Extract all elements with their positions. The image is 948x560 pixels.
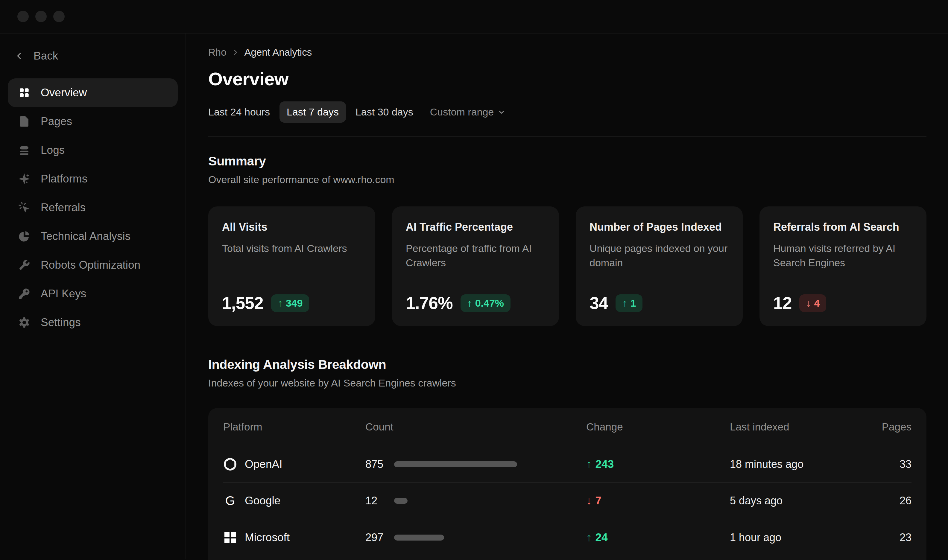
sidebar-item-label: Settings: [41, 316, 81, 329]
pie-chart-icon: [18, 230, 31, 243]
card-description: Human visits referred by AI Search Engin…: [773, 241, 913, 270]
table-header-row: Platform Count Change Last indexed Pages: [223, 408, 911, 446]
back-button[interactable]: Back: [8, 45, 178, 66]
cursor-click-icon: [18, 202, 31, 214]
card-title: Number of Pages Indexed: [589, 221, 729, 233]
card-description: Total visits from AI Crawlers: [222, 241, 362, 255]
tab-label: Last 30 days: [356, 106, 413, 118]
sidebar-item-api-keys[interactable]: API Keys: [8, 279, 178, 308]
arrow-up-icon: ↑: [467, 297, 472, 309]
table-row-microsoft: Microsoft 297 ↑ 24 1 hour ago 23: [223, 519, 911, 556]
tab-last-30-days[interactable]: Last 30 days: [348, 102, 420, 123]
time-range-tabs: Last 24 hours Last 7 days Last 30 days C…: [201, 102, 926, 123]
card-value: 12: [773, 293, 791, 313]
platform-name: Google: [245, 494, 280, 507]
delta-badge: ↑ 1: [616, 294, 642, 312]
chevron-left-icon: [14, 51, 25, 62]
grid-icon: [18, 86, 31, 99]
sidebar-item-label: Technical Analysis: [41, 230, 131, 243]
metric-card-all-visits: All Visits Total visits from AI Crawlers…: [208, 206, 375, 326]
column-header-platform: Platform: [223, 421, 365, 433]
openai-logo-icon: [223, 457, 237, 471]
arrow-down-icon: ↓: [806, 297, 811, 309]
summary-section-title: Summary: [208, 154, 926, 168]
metric-card-ai-traffic-percentage: AI Traffic Percentage Percentage of traf…: [392, 206, 559, 326]
last-indexed-value: 1 hour ago: [730, 531, 867, 544]
google-logo-icon: G: [223, 494, 237, 508]
platform-name: OpenAI: [245, 458, 282, 471]
count-value: 12: [365, 494, 394, 507]
change-value: 243: [596, 458, 614, 471]
count-bar: [394, 535, 444, 540]
summary-cards: All Visits Total visits from AI Crawlers…: [208, 206, 926, 326]
arrow-up-icon: ↑: [622, 297, 627, 309]
card-value: 34: [589, 293, 608, 313]
sidebar-item-robots-optimization[interactable]: Robots Optimization: [8, 251, 178, 279]
pages-value: 26: [867, 494, 911, 507]
sidebar-item-label: Pages: [41, 115, 72, 128]
arrow-up-icon: ↑: [278, 297, 283, 309]
pages-value: 33: [867, 458, 911, 471]
tab-custom-range[interactable]: Custom range: [423, 102, 513, 123]
file-icon: [18, 115, 31, 128]
tab-label: Last 7 days: [287, 106, 339, 118]
window-control-dot[interactable]: [17, 11, 29, 22]
sidebar-item-label: Overview: [41, 86, 87, 99]
window-control-dot[interactable]: [35, 11, 47, 22]
card-description: Unique pages indexed on your domain: [589, 241, 729, 270]
chevron-right-icon: [231, 48, 240, 57]
logs-icon: [18, 144, 31, 157]
card-title: AI Traffic Percentage: [406, 221, 545, 233]
metric-card-pages-indexed: Number of Pages Indexed Unique pages ind…: [576, 206, 743, 326]
change-cell: ↑ 24: [586, 531, 730, 544]
sidebar-item-referrals[interactable]: Referrals: [8, 193, 178, 222]
change-cell: ↑ 243: [586, 458, 730, 471]
key-icon: [18, 288, 31, 300]
indexing-table: Platform Count Change Last indexed Pages: [208, 408, 926, 560]
arrow-up-icon: ↑: [586, 458, 592, 471]
last-indexed-value: 5 days ago: [730, 494, 867, 507]
tab-label: Last 24 hours: [208, 106, 270, 118]
metric-card-referrals-ai-search: Referrals from AI Search Human visits re…: [759, 206, 926, 326]
count-bar: [394, 461, 517, 467]
delta-value: 1: [630, 297, 636, 309]
back-label: Back: [34, 50, 58, 62]
sidebar-item-label: API Keys: [41, 288, 86, 300]
delta-badge: ↑ 0.47%: [460, 294, 511, 312]
column-header-count: Count: [365, 421, 586, 433]
change-value: 7: [596, 494, 602, 507]
sidebar-item-logs[interactable]: Logs: [8, 136, 178, 165]
card-value: 1,552: [222, 293, 263, 313]
sidebar-item-platforms[interactable]: Platforms: [8, 165, 178, 193]
count-value: 875: [365, 458, 394, 471]
table-row-openai: OpenAI 875 ↑ 243 18 minutes ago 33: [223, 446, 911, 483]
sidebar-item-label: Logs: [41, 144, 65, 157]
breadcrumb-current[interactable]: Agent Analytics: [245, 47, 312, 58]
sidebar-item-overview[interactable]: Overview: [8, 78, 178, 107]
change-value: 24: [596, 531, 608, 544]
tab-last-7-days[interactable]: Last 7 days: [280, 102, 346, 123]
window-control-dot[interactable]: [53, 11, 65, 22]
card-description: Percentage of traffic from AI Crawlers: [406, 241, 545, 270]
microsoft-logo-icon: [223, 531, 237, 545]
last-indexed-value: 18 minutes ago: [730, 458, 867, 471]
column-header-change: Change: [586, 421, 730, 433]
sidebar-item-pages[interactable]: Pages: [8, 107, 178, 136]
delta-badge: ↑ 349: [271, 294, 309, 312]
count-value: 297: [365, 531, 394, 544]
change-cell: ↓ 7: [586, 494, 730, 507]
arrow-down-icon: ↓: [586, 494, 592, 507]
sidebar-item-settings[interactable]: Settings: [8, 308, 178, 337]
breadcrumb-root[interactable]: Rho: [208, 47, 226, 58]
count-bar-track: [394, 535, 586, 540]
indexing-section-subtitle: Indexes of your website by AI Search Eng…: [208, 377, 926, 389]
sidebar-item-label: Robots Optimization: [41, 259, 140, 271]
window-titlebar: [0, 0, 948, 34]
sidebar-item-technical-analysis[interactable]: Technical Analysis: [8, 222, 178, 251]
tab-last-24-hours[interactable]: Last 24 hours: [201, 102, 277, 123]
delta-value: 349: [286, 297, 303, 309]
summary-section-subtitle: Overall site performance of www.rho.com: [208, 174, 926, 185]
count-bar: [394, 498, 408, 504]
card-value: 1.76%: [406, 293, 453, 313]
delta-badge: ↓ 4: [799, 294, 826, 312]
